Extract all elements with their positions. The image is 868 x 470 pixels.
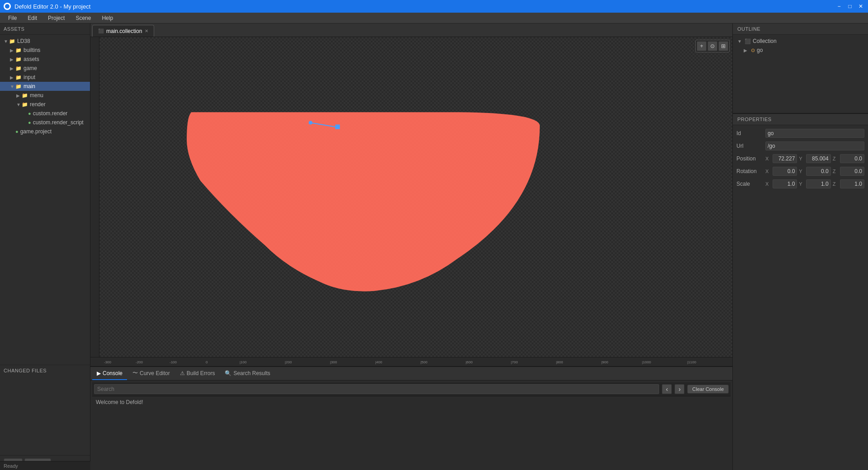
prop-rot-z-axis: Z <box>833 169 838 174</box>
prop-rot-y-input[interactable] <box>806 167 830 176</box>
sidebar: Assets ▼ 📁 LD38 ▶ 📁 builtins ▶ 📁 assets <box>0 24 90 470</box>
viewport-toolbar: + ⊙ ⊞ <box>695 40 730 52</box>
console-output: Welcome to Defold! <box>92 396 731 468</box>
curve-icon: 〜 <box>132 369 138 377</box>
svg-text:|800: |800 <box>556 360 563 364</box>
sidebar-item-custom-render-script[interactable]: ▶ ● custom.render_script <box>0 118 90 127</box>
viewport-grid-button[interactable]: ⊞ <box>718 41 728 51</box>
maximize-button[interactable]: □ <box>846 3 854 10</box>
sidebar-item-game-project[interactable]: ▶ ● game.project <box>0 127 90 136</box>
viewport-add-button[interactable]: + <box>697 41 707 51</box>
tab-console[interactable]: ▶ Console <box>92 367 127 380</box>
console-search-input[interactable] <box>94 384 659 394</box>
svg-rect-2 <box>335 125 340 129</box>
prop-rot-x-input[interactable] <box>773 167 797 176</box>
prop-url-input[interactable] <box>765 141 864 150</box>
tab-search-results[interactable]: 🔍 Search Results <box>220 367 274 380</box>
tab-label: main.collection <box>106 28 142 34</box>
tree-label: menu <box>30 92 43 99</box>
menu-item-file[interactable]: File <box>4 14 21 22</box>
scene-canvas <box>90 37 732 366</box>
menu-item-project[interactable]: Project <box>43 14 69 22</box>
assets-tree: ▼ 📁 LD38 ▶ 📁 builtins ▶ 📁 assets ▶ 📁 ga <box>0 35 90 365</box>
build-errors-icon: ⚠ <box>180 370 185 376</box>
svg-text:|100: |100 <box>240 360 247 364</box>
app-icon <box>4 3 11 10</box>
prop-pos-x-axis: X <box>765 156 771 161</box>
tree-label: assets <box>24 56 39 62</box>
welcome-message: Welcome to Defold! <box>96 399 143 405</box>
tab-curve-editor[interactable]: 〜 Curve Editor <box>128 367 175 380</box>
sidebar-item-render[interactable]: ▼ 📁 render <box>0 100 90 109</box>
minimize-button[interactable]: − <box>835 3 843 10</box>
main-layout: Assets ▼ 📁 LD38 ▶ 📁 builtins ▶ 📁 assets <box>0 24 868 470</box>
prop-rot-z-input[interactable] <box>840 167 864 176</box>
tab-close-button[interactable]: ✕ <box>145 28 148 33</box>
console-prev-button[interactable]: ‹ <box>662 384 672 394</box>
build-errors-tab-label: Build Errors <box>187 370 215 376</box>
prop-id-label: Id <box>736 130 764 136</box>
outline-item-go[interactable]: ▶ ⊙ go <box>735 46 866 55</box>
search-tab-label: Search Results <box>233 370 270 376</box>
prop-id-input[interactable] <box>765 129 864 138</box>
prop-pos-x-input[interactable] <box>773 154 797 163</box>
outline-label: go <box>757 47 763 53</box>
prop-scale-z-input[interactable] <box>840 179 864 188</box>
sidebar-item-builtins[interactable]: ▶ 📁 builtins <box>0 46 90 55</box>
viewport-camera-button[interactable]: ⊙ <box>708 41 717 51</box>
changed-files-header: Changed Files <box>4 368 86 376</box>
ruler-horizontal: -300 -200 -100 0 |100 |200 |300 |400 |50… <box>90 357 732 366</box>
tree-label: main <box>24 83 35 89</box>
svg-text:|700: |700 <box>511 360 518 364</box>
console-next-button[interactable]: › <box>675 384 684 394</box>
prop-scale-x-axis: X <box>765 181 771 187</box>
prop-scale-z-axis: Z <box>833 181 838 187</box>
menu-item-help[interactable]: Help <box>97 14 118 22</box>
svg-text:|600: |600 <box>466 360 473 364</box>
svg-text:|1000: |1000 <box>642 360 651 364</box>
close-button[interactable]: ✕ <box>857 3 864 10</box>
svg-text:0: 0 <box>206 360 208 364</box>
prop-pos-y-axis: Y <box>799 156 804 161</box>
tab-build-errors[interactable]: ⚠ Build Errors <box>175 367 220 380</box>
sidebar-item-main[interactable]: ▼ 📁 main <box>0 82 90 91</box>
tab-main-collection[interactable]: ⬛ main.collection ✕ <box>92 25 154 37</box>
tree-label: game.project <box>20 128 52 135</box>
menu-item-edit[interactable]: Edit <box>23 14 42 22</box>
sidebar-item-input[interactable]: ▶ 📁 input <box>0 73 90 82</box>
clear-console-button[interactable]: Clear Console <box>687 385 729 394</box>
svg-text:-100: -100 <box>170 360 177 364</box>
status-bar: Ready <box>0 461 90 470</box>
sidebar-item-game[interactable]: ▶ 📁 game <box>0 64 90 73</box>
properties-header-label: Properties <box>737 117 772 122</box>
prop-position-label: Position <box>736 155 764 162</box>
changed-files-section: Changed Files <box>0 365 90 455</box>
viewport[interactable]: 300 200 100 0 -300 -200 -100 0 |100 |200… <box>90 37 732 366</box>
outline-section: Outline ▼ ⬛ Collection ▶ ⊙ go <box>733 24 868 114</box>
sidebar-item-custom-render[interactable]: ▶ ● custom.render <box>0 109 90 118</box>
svg-text:|500: |500 <box>420 360 428 364</box>
prop-rot-y-axis: Y <box>799 169 804 174</box>
outline-header-label: Outline <box>737 26 760 32</box>
outline-header: Outline <box>733 24 868 35</box>
tree-label: custom.render <box>33 110 68 117</box>
sidebar-item-menu[interactable]: ▶ 📁 menu <box>0 91 90 100</box>
assets-header: Assets <box>0 24 90 35</box>
prop-scale-x-input[interactable] <box>773 179 797 188</box>
prop-pos-y-input[interactable] <box>806 154 830 163</box>
sidebar-item-ld38[interactable]: ▼ 📁 LD38 <box>0 37 90 46</box>
prop-pos-z-axis: Z <box>833 156 838 161</box>
console-icon: ▶ <box>97 370 101 376</box>
curve-tab-label: Curve Editor <box>140 370 170 376</box>
outline-item-collection[interactable]: ▼ ⬛ Collection <box>735 37 866 46</box>
prop-scale-y-input[interactable] <box>806 179 830 188</box>
prop-row-id: Id <box>736 129 864 138</box>
prop-url-label: Url <box>736 143 764 149</box>
prop-pos-z-input[interactable] <box>840 154 864 163</box>
prop-row-rotation: Rotation X Y Z <box>736 167 864 176</box>
sidebar-item-assets[interactable]: ▶ 📁 assets <box>0 55 90 64</box>
properties-section: Properties Id Url Position X <box>733 114 868 470</box>
titlebar: Defold Editor 2.0 - My project − □ ✕ <box>0 0 868 13</box>
properties-content: Id Url Position X Y Z <box>733 125 868 196</box>
menu-item-scene[interactable]: Scene <box>71 14 95 22</box>
